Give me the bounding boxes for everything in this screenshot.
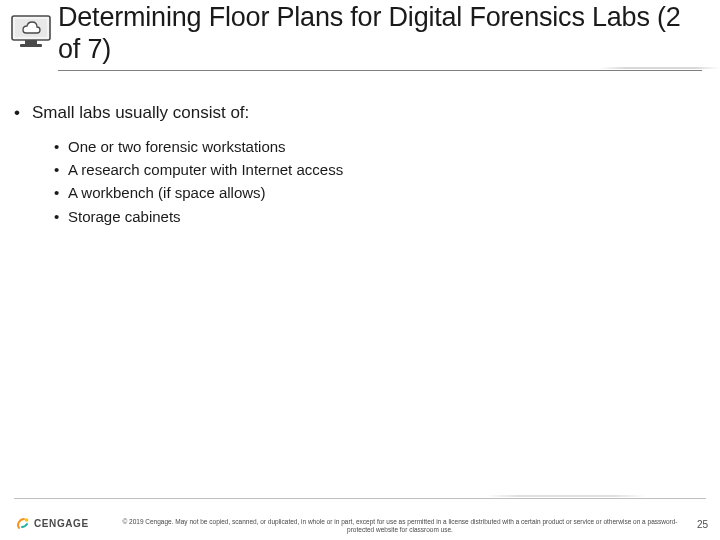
bullet-glyph: • <box>54 181 68 204</box>
cloud-monitor-icon <box>10 10 52 50</box>
list-item-text: A research computer with Internet access <box>68 161 343 178</box>
slide-title: Determining Floor Plans for Digital Fore… <box>58 2 696 66</box>
cengage-logo-icon <box>16 516 30 530</box>
slide-header: Determining Floor Plans for Digital Fore… <box>0 0 720 84</box>
bullet-glyph: • <box>54 205 68 228</box>
slide-footer: CENGAGE © 2019 Cengage. May not be copie… <box>0 498 720 540</box>
title-underline <box>58 70 702 71</box>
sub-bullet-list: •One or two forensic workstations •A res… <box>54 135 696 228</box>
bullet-glyph: • <box>14 102 32 125</box>
list-item: •Storage cabinets <box>54 205 696 228</box>
slide-body: •Small labs usually consist of: •One or … <box>14 102 696 228</box>
svg-rect-2 <box>25 40 37 44</box>
list-item: •A research computer with Internet acces… <box>54 158 696 181</box>
list-item: •A workbench (if space allows) <box>54 181 696 204</box>
slide: Determining Floor Plans for Digital Fore… <box>0 0 720 540</box>
list-item-text: One or two forensic workstations <box>68 138 286 155</box>
lead-bullet: •Small labs usually consist of: <box>14 102 696 125</box>
list-item: •One or two forensic workstations <box>54 135 696 158</box>
footer-rule <box>14 498 706 499</box>
lead-text: Small labs usually consist of: <box>32 103 249 122</box>
bullet-glyph: • <box>54 158 68 181</box>
svg-rect-3 <box>20 44 42 47</box>
title-wrap: Determining Floor Plans for Digital Fore… <box>58 2 696 66</box>
brand: CENGAGE <box>16 516 89 530</box>
brand-text: CENGAGE <box>34 518 89 529</box>
list-item-text: Storage cabinets <box>68 208 181 225</box>
copyright-text: © 2019 Cengage. May not be copied, scann… <box>120 518 680 534</box>
svg-point-4 <box>25 518 29 522</box>
list-item-text: A workbench (if space allows) <box>68 184 266 201</box>
bullet-glyph: • <box>54 135 68 158</box>
page-number: 25 <box>697 519 708 530</box>
